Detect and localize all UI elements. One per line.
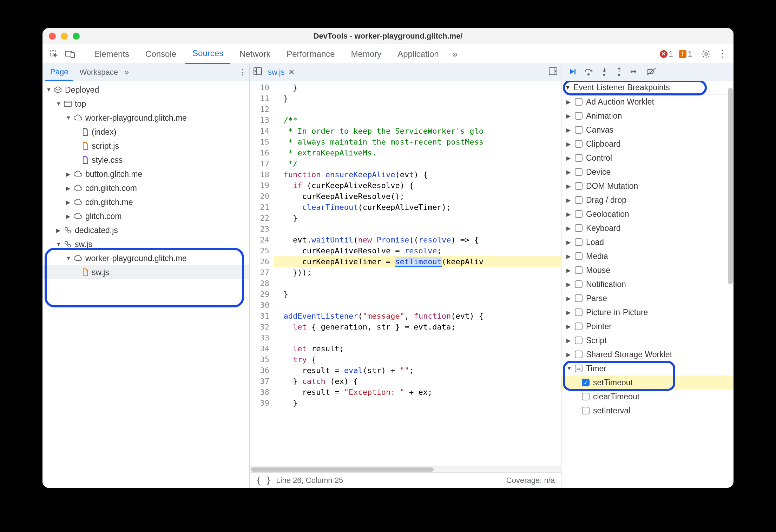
checkbox[interactable] bbox=[575, 322, 583, 330]
file-tab-swjs[interactable]: sw.js ✕ bbox=[268, 68, 295, 77]
checkbox[interactable] bbox=[575, 266, 583, 274]
inspect-icon[interactable] bbox=[47, 47, 61, 61]
tab-console[interactable]: Console bbox=[138, 44, 183, 64]
tree-top[interactable]: ▼ top bbox=[42, 97, 249, 111]
tab-network[interactable]: Network bbox=[232, 44, 277, 64]
checkbox[interactable] bbox=[575, 196, 583, 204]
close-tab-icon[interactable]: ✕ bbox=[288, 68, 295, 77]
hscroll-thumb[interactable] bbox=[251, 467, 434, 472]
tree-file-stylecss[interactable]: style.css bbox=[42, 153, 249, 167]
tree-origin[interactable]: ▼ worker-playground.glitch.me bbox=[42, 111, 249, 125]
code-area[interactable]: } } /** * In order to keep the ServiceWo… bbox=[274, 81, 561, 466]
checkbox[interactable] bbox=[575, 140, 583, 148]
navigator-tab-workspace[interactable]: Workspace bbox=[74, 64, 123, 81]
category-row[interactable]: ▶Animation bbox=[561, 109, 734, 123]
svg-point-15 bbox=[588, 74, 589, 75]
checkbox[interactable] bbox=[575, 224, 583, 232]
svg-point-7 bbox=[68, 230, 71, 233]
category-row[interactable]: ▶Keyboard bbox=[561, 221, 734, 235]
editor-hscroll[interactable] bbox=[250, 466, 561, 472]
tab-application[interactable]: Application bbox=[390, 44, 446, 64]
step-out-icon[interactable] bbox=[616, 67, 623, 78]
timer-item-settimeout[interactable]: ✓ setTimeout bbox=[561, 375, 734, 390]
tree-file-swjs[interactable]: sw.js bbox=[42, 265, 249, 279]
tree-sw-origin[interactable]: ▼worker-playground.glitch.me bbox=[42, 251, 249, 265]
tree-sw[interactable]: ▼sw.js bbox=[42, 237, 249, 251]
tree-file-index[interactable]: (index) bbox=[42, 125, 249, 139]
category-row[interactable]: ▶Canvas bbox=[561, 123, 734, 137]
category-row[interactable]: ▶Notification bbox=[561, 277, 734, 291]
category-timer[interactable]: ▼ – Timer bbox=[561, 361, 734, 375]
tab-sources[interactable]: Sources bbox=[185, 44, 230, 64]
checkbox[interactable] bbox=[575, 351, 583, 358]
tab-performance[interactable]: Performance bbox=[280, 44, 342, 64]
category-row[interactable]: ▶Pointer bbox=[561, 319, 734, 333]
error-count[interactable]: ✕1 bbox=[660, 49, 673, 59]
warning-count[interactable]: !1 bbox=[679, 49, 692, 59]
category-row[interactable]: ▶Shared Storage Worklet bbox=[561, 347, 734, 361]
category-row[interactable]: ▶Device bbox=[561, 165, 734, 179]
navigator-tab-page[interactable]: Page bbox=[45, 64, 73, 81]
category-row[interactable]: ▶DOM Mutation bbox=[561, 179, 734, 193]
window-vscroll[interactable] bbox=[728, 88, 733, 284]
checkbox[interactable] bbox=[575, 126, 583, 134]
checkbox[interactable] bbox=[575, 168, 583, 176]
resume-icon[interactable] bbox=[568, 67, 576, 77]
checkbox[interactable] bbox=[575, 280, 583, 288]
settings-icon[interactable] bbox=[699, 47, 713, 61]
step-icon[interactable] bbox=[630, 67, 639, 77]
deactivate-breakpoints-icon[interactable] bbox=[646, 67, 656, 77]
timer-item-cleartimeout[interactable]: clearTimeout bbox=[561, 390, 734, 404]
tree-origin-collapsed[interactable]: ▶button.glitch.me bbox=[42, 167, 249, 181]
checkbox[interactable] bbox=[575, 252, 583, 260]
checkbox[interactable] bbox=[575, 294, 583, 302]
more-tabs-icon[interactable]: » bbox=[448, 47, 462, 61]
category-row[interactable]: ▶Ad Auction Worklet bbox=[561, 95, 734, 109]
category-row[interactable]: ▶Load bbox=[561, 235, 734, 249]
checkbox[interactable] bbox=[575, 154, 583, 162]
navigator-kebab-icon[interactable]: ⋮ bbox=[239, 68, 246, 77]
tree-origin-collapsed[interactable]: ▶cdn.glitch.me bbox=[42, 195, 249, 209]
checkbox[interactable] bbox=[582, 393, 590, 400]
tree-origin-collapsed[interactable]: ▶cdn.glitch.com bbox=[42, 181, 249, 195]
svg-point-17 bbox=[618, 74, 620, 75]
more-navigator-tabs-icon[interactable]: » bbox=[124, 67, 129, 77]
tab-memory[interactable]: Memory bbox=[344, 44, 389, 64]
checkbox[interactable] bbox=[575, 98, 583, 106]
category-row[interactable]: ▶Mouse bbox=[561, 263, 734, 277]
category-row[interactable]: ▶Script bbox=[561, 333, 734, 347]
category-row[interactable]: ▶Geolocation bbox=[561, 207, 734, 221]
checkbox[interactable] bbox=[575, 112, 583, 120]
section-event-listener-bp[interactable]: ▼ Event Listener Breakpoints bbox=[561, 81, 734, 95]
category-row[interactable]: ▶Control bbox=[561, 151, 734, 165]
tree-file-scriptjs[interactable]: script.js bbox=[42, 139, 249, 153]
checkbox-indeterminate[interactable]: – bbox=[575, 365, 583, 372]
debugger-panel: ▼ Event Listener Breakpoints ▶Ad Auction… bbox=[561, 64, 734, 488]
category-row[interactable]: ▶Clipboard bbox=[561, 137, 734, 151]
checkbox[interactable] bbox=[575, 337, 583, 344]
category-row[interactable]: ▶Media bbox=[561, 249, 734, 263]
tree-deployed[interactable]: ▼ Deployed bbox=[42, 83, 249, 97]
svg-rect-12 bbox=[549, 68, 557, 75]
tree-dedicated[interactable]: ▶dedicated.js bbox=[42, 223, 249, 237]
tab-elements[interactable]: Elements bbox=[87, 44, 136, 64]
category-row[interactable]: ▶Drag / drop bbox=[561, 193, 734, 207]
category-row[interactable]: ▶Picture-in-Picture bbox=[561, 305, 734, 319]
device-toggle-icon[interactable] bbox=[63, 47, 77, 61]
category-row[interactable]: ▶Parse bbox=[561, 291, 734, 305]
checkbox[interactable] bbox=[575, 182, 583, 190]
timer-item-setinterval[interactable]: setInterval bbox=[561, 404, 734, 418]
step-into-icon[interactable] bbox=[601, 67, 608, 78]
kebab-menu-icon[interactable]: ⋮ bbox=[715, 47, 729, 61]
step-over-icon[interactable] bbox=[584, 67, 593, 77]
tree-origin-collapsed[interactable]: ▶glitch.com bbox=[42, 209, 249, 223]
braces-icon[interactable]: { } bbox=[256, 476, 271, 485]
checkbox[interactable] bbox=[575, 210, 583, 218]
checkbox[interactable] bbox=[575, 308, 583, 316]
checkbox[interactable] bbox=[582, 407, 590, 414]
code-editor[interactable]: 10 11 12 13 14 15 16 17 18 19 20 21 22 2… bbox=[250, 81, 561, 466]
toggle-navigator-icon[interactable] bbox=[253, 67, 262, 78]
checkbox-checked[interactable]: ✓ bbox=[582, 379, 590, 386]
checkbox[interactable] bbox=[575, 238, 583, 246]
toggle-debugger-icon[interactable] bbox=[548, 67, 558, 78]
